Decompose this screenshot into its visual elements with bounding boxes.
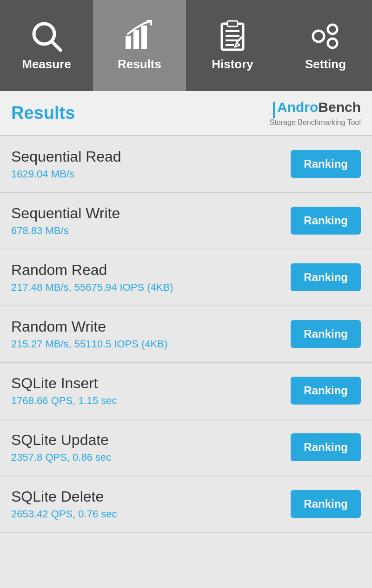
nav-measure-label: Measure bbox=[22, 57, 71, 72]
measure-icon bbox=[30, 20, 63, 52]
history-icon bbox=[216, 20, 249, 52]
nav-item-history[interactable]: History bbox=[186, 0, 279, 91]
nav-item-measure[interactable]: Measure bbox=[0, 0, 93, 91]
brand-name-part1: Andro bbox=[277, 99, 318, 115]
result-value: 215.27 MB/s, 55110.5 IOPS (4KB) bbox=[11, 338, 167, 350]
result-name: Random Write bbox=[11, 318, 167, 335]
result-value: 2357.8 QPS, 0.86 sec bbox=[11, 451, 111, 464]
table-row: SQLite Delete 2653.42 QPS, 0.76 sec Rank… bbox=[0, 476, 372, 533]
svg-rect-3 bbox=[133, 30, 139, 49]
result-name: SQLite Delete bbox=[11, 488, 117, 505]
result-info: Sequential Write 678.83 MB/s bbox=[11, 205, 120, 237]
ranking-button-sqlite-insert[interactable]: Ranking bbox=[291, 377, 361, 405]
result-value: 217.48 MB/s, 55675.94 IOPS (4KB) bbox=[11, 281, 173, 294]
results-list: Sequential Read 1629.04 MB/s Ranking Seq… bbox=[0, 136, 372, 533]
nav-setting-label: Setting bbox=[305, 57, 346, 72]
ranking-button-random-write[interactable]: Ranking bbox=[291, 320, 361, 348]
svg-rect-10 bbox=[227, 21, 238, 26]
svg-line-1 bbox=[52, 42, 60, 50]
nav-history-label: History bbox=[212, 57, 253, 72]
brand-container: AndroBench Storage Benchmarking Tool bbox=[270, 99, 361, 127]
setting-icon bbox=[309, 20, 342, 52]
table-row: SQLite Insert 1768.66 QPS, 1.15 sec Rank… bbox=[0, 363, 372, 419]
svg-rect-2 bbox=[126, 36, 131, 49]
result-info: SQLite Insert 1768.66 QPS, 1.15 sec bbox=[11, 375, 117, 407]
nav-item-setting[interactable]: Setting bbox=[279, 0, 372, 91]
ranking-button-sqlite-delete[interactable]: Ranking bbox=[291, 490, 361, 518]
table-row: Sequential Write 678.83 MB/s Ranking bbox=[0, 193, 372, 249]
result-name: SQLite Update bbox=[11, 431, 111, 449]
svg-rect-4 bbox=[141, 26, 147, 49]
result-value: 2653.42 QPS, 0.76 sec bbox=[11, 508, 117, 520]
result-name: Sequential Read bbox=[11, 148, 121, 165]
svg-point-16 bbox=[328, 25, 337, 34]
svg-point-15 bbox=[313, 31, 324, 42]
brand-name-part2: Bench bbox=[318, 99, 361, 115]
nav-item-results[interactable]: Results bbox=[93, 0, 186, 91]
result-value: 1768.66 QPS, 1.15 sec bbox=[11, 395, 117, 407]
result-info: SQLite Update 2357.8 QPS, 0.86 sec bbox=[11, 431, 111, 464]
svg-point-17 bbox=[328, 39, 337, 48]
result-info: Random Read 217.48 MB/s, 55675.94 IOPS (… bbox=[11, 261, 173, 294]
brand-name: AndroBench bbox=[273, 99, 361, 118]
ranking-button-random-read[interactable]: Ranking bbox=[291, 263, 361, 291]
ranking-button-sequential-read[interactable]: Ranking bbox=[291, 150, 361, 178]
table-row: SQLite Update 2357.8 QPS, 0.86 sec Ranki… bbox=[0, 419, 372, 476]
results-header: Results AndroBench Storage Benchmarking … bbox=[0, 91, 372, 136]
brand-subtitle: Storage Benchmarking Tool bbox=[270, 118, 361, 127]
ranking-button-sqlite-update[interactable]: Ranking bbox=[291, 433, 361, 461]
result-info: Sequential Read 1629.04 MB/s bbox=[11, 148, 121, 180]
nav-results-label: Results bbox=[118, 57, 161, 72]
result-info: SQLite Delete 2653.42 QPS, 0.76 sec bbox=[11, 488, 117, 520]
result-name: Sequential Write bbox=[11, 205, 120, 222]
result-name: SQLite Insert bbox=[11, 375, 117, 392]
results-icon bbox=[123, 20, 156, 52]
svg-line-14 bbox=[237, 42, 239, 45]
ranking-button-sequential-write[interactable]: Ranking bbox=[291, 207, 361, 235]
nav-bar: Measure Results History bbox=[0, 0, 372, 91]
table-row: Random Write 215.27 MB/s, 55110.5 IOPS (… bbox=[0, 306, 372, 363]
result-info: Random Write 215.27 MB/s, 55110.5 IOPS (… bbox=[11, 318, 167, 350]
result-name: Random Read bbox=[11, 261, 173, 279]
result-value: 678.83 MB/s bbox=[11, 225, 120, 237]
table-row: Random Read 217.48 MB/s, 55675.94 IOPS (… bbox=[0, 249, 372, 306]
brand-bar bbox=[273, 102, 275, 118]
page-title: Results bbox=[11, 103, 75, 123]
table-row: Sequential Read 1629.04 MB/s Ranking bbox=[0, 136, 372, 193]
result-value: 1629.04 MB/s bbox=[11, 168, 121, 180]
